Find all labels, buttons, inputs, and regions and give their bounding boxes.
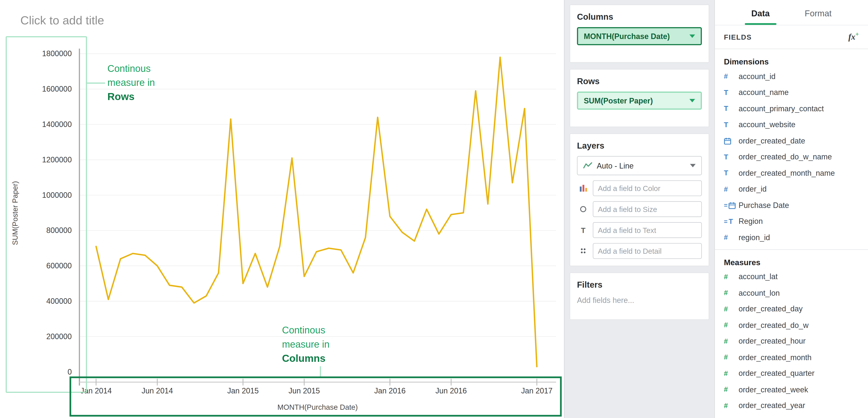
field-order-created-date[interactable]: order_created_date — [715, 133, 868, 149]
field-name: region_id — [739, 233, 770, 242]
number-field-icon: # — [724, 353, 739, 361]
layer-target-row — [577, 201, 702, 217]
columns-shelf-label: Columns — [577, 12, 702, 22]
field-order-created-do-w[interactable]: #order_created_do_w — [715, 317, 868, 333]
field-name: account_lat — [739, 273, 777, 281]
fields-header-label: FIELDS — [724, 33, 752, 41]
rows-annotation-box — [6, 36, 87, 393]
field-order-created-quarter[interactable]: #order_created_quarter — [715, 365, 868, 382]
annotation-bold: Columns — [282, 352, 330, 366]
rows-shelf-label: Rows — [577, 76, 702, 86]
field-order-created-do-w-name[interactable]: Torder_created_do_w_name — [715, 149, 868, 165]
columns-pill[interactable]: MONTH(Purchase Date) — [577, 27, 702, 45]
layer-target-input-color[interactable] — [593, 180, 702, 196]
tab-format-label: Format — [805, 8, 832, 18]
chevron-down-icon[interactable] — [689, 99, 695, 102]
number-field-icon: # — [724, 305, 739, 313]
number-field-icon: # — [724, 289, 739, 297]
field-order-id[interactable]: #order_id — [715, 181, 868, 197]
annotation-line: Continous — [282, 323, 330, 337]
add-calculated-field-icon[interactable]: fx+ — [848, 32, 859, 42]
field-account-lon[interactable]: #account_lon — [715, 285, 868, 301]
active-tab-indicator — [745, 23, 776, 25]
layer-target-row — [577, 180, 702, 196]
text-field-icon: T — [724, 169, 739, 177]
field-name: order_created_do_w_name — [739, 153, 832, 161]
text-field-icon: T — [724, 89, 739, 96]
chevron-down-icon[interactable] — [690, 164, 696, 167]
tab-data[interactable]: Data — [751, 8, 770, 25]
columns-annotation-box — [69, 377, 562, 417]
calendar-field-icon: = — [724, 202, 739, 209]
number-field-icon: # — [724, 321, 739, 329]
rows-pill-label: SUM(Poster Paper) — [584, 96, 686, 105]
mark-type-select[interactable]: Auto - Line — [577, 156, 702, 175]
field-account-id[interactable]: #account_id — [715, 68, 868, 85]
field-name: account_name — [739, 88, 788, 97]
text-field-icon: T — [724, 153, 739, 161]
field-account-primary-contact[interactable]: Taccount_primary_contact — [715, 101, 868, 117]
dimensions-section-label: Dimensions — [715, 49, 868, 68]
layers-label: Layers — [577, 141, 702, 150]
field-name: order_created_date — [739, 137, 805, 145]
number-field-icon: # — [724, 369, 739, 377]
field-name: account_primary_contact — [739, 104, 824, 113]
columns-pill-label: MONTH(Purchase Date) — [584, 32, 686, 40]
field-account-name[interactable]: Taccount_name — [715, 85, 868, 101]
rows-annotation-connector — [86, 83, 105, 84]
field-order-created-day[interactable]: #order_created_day — [715, 301, 868, 317]
calendar-field-icon — [724, 137, 739, 145]
number-field-icon: # — [724, 386, 739, 393]
field-order-created-year[interactable]: #order_created_year — [715, 398, 868, 414]
tab-format[interactable]: Format — [805, 8, 832, 25]
field-name: order_created_month — [739, 353, 811, 362]
chart-canvas: Click to add title 020000040000060000080… — [0, 0, 564, 418]
layer-target-row: T — [577, 222, 702, 238]
filters-drop-zone[interactable]: Add fields here... — [577, 296, 702, 312]
size-icon — [577, 205, 590, 213]
tab-data-label: Data — [751, 8, 770, 18]
columns-shelf: Columns MONTH(Purchase Date) — [569, 4, 709, 63]
line-mark-icon — [583, 162, 592, 170]
filters-label: Filters — [577, 280, 702, 289]
chevron-down-icon[interactable] — [689, 34, 695, 38]
field-account-lat[interactable]: #account_lat — [715, 269, 868, 285]
layer-target-input-size[interactable] — [593, 201, 702, 217]
field-name: order_created_day — [739, 305, 803, 313]
field-name: order_created_year — [739, 401, 805, 410]
field-name: order_created_do_w — [739, 321, 808, 329]
rows-shelf: Rows SUM(Poster Paper) — [569, 69, 709, 127]
fields-panel: Data Format FIELDS fx+ Dimensions #accou… — [714, 0, 868, 418]
field-name: order_created_month_name — [739, 169, 835, 177]
field-purchase-date[interactable]: =Purchase Date — [715, 197, 868, 213]
field-name: account_lon — [739, 289, 780, 297]
field-order-created-hour[interactable]: #order_created_hour — [715, 333, 868, 349]
text-field-icon: T — [724, 121, 739, 129]
annotation-line: Continous — [107, 62, 155, 76]
measures-section-label: Measures — [715, 249, 868, 269]
field-order-created-month[interactable]: #order_created_month — [715, 349, 868, 365]
layer-target-input-detail[interactable] — [593, 243, 702, 259]
color-icon — [577, 184, 590, 192]
text-icon: T — [577, 226, 590, 234]
field-order-created-month-name[interactable]: Torder_created_month_name — [715, 165, 868, 181]
field-region[interactable]: =TRegion — [715, 213, 868, 230]
layer-target-input-text[interactable] — [593, 222, 702, 238]
field-order-created-week[interactable]: #order_created_week — [715, 382, 868, 398]
field-region-id[interactable]: #region_id — [715, 230, 868, 246]
app-window: Click to add title 020000040000060000080… — [0, 0, 868, 418]
field-name: Purchase Date — [739, 201, 789, 210]
annotation-line: measure in — [107, 76, 155, 90]
layer-targets: T — [577, 180, 702, 259]
layer-target-row — [577, 243, 702, 259]
columns-annotation-connector — [320, 366, 321, 377]
field-name: order_created_quarter — [739, 369, 814, 378]
workbook-stage: Click to add title 020000040000060000080… — [0, 0, 868, 418]
rows-pill[interactable]: SUM(Poster Paper) — [577, 92, 702, 110]
columns-annotation-text: Continous measure in Columns — [282, 323, 330, 366]
annotation-line: measure in — [282, 337, 330, 352]
fields-header: FIELDS fx+ — [715, 25, 868, 49]
shelf-panel: Columns MONTH(Purchase Date) Rows SUM(Po… — [564, 0, 714, 418]
field-account-website[interactable]: Taccount_website — [715, 117, 868, 133]
mark-type-value: Auto - Line — [597, 161, 687, 170]
